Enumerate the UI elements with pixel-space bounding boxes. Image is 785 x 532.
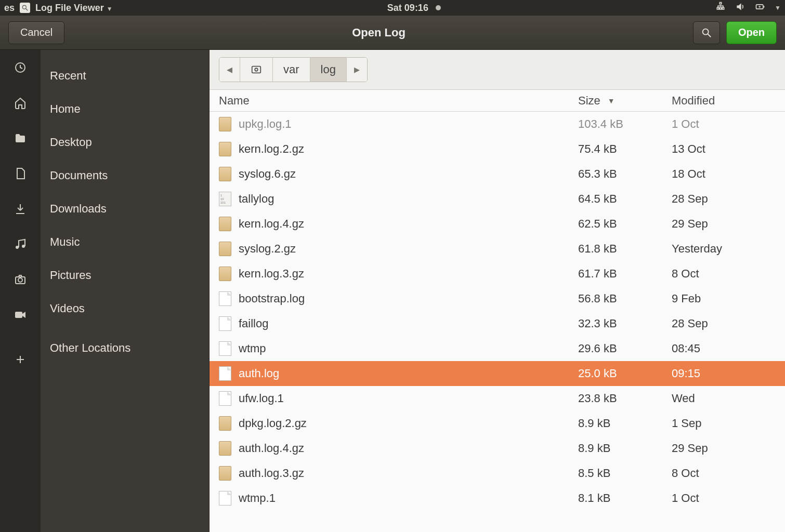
file-name: syslog.6.gz	[239, 167, 296, 181]
path-forward-button[interactable]: ▸	[347, 58, 367, 82]
file-modified: 28 Sep	[672, 317, 776, 330]
sidebar-item-downloads[interactable]: Downloads	[41, 192, 209, 225]
svg-point-7	[16, 246, 19, 249]
file-row[interactable]: tallylog 64.5 kB 28 Sep	[210, 187, 785, 211]
cancel-button[interactable]: Cancel	[8, 21, 64, 44]
notification-dot-icon	[436, 5, 441, 10]
file-row[interactable]: wtmp 29.6 kB 08:45	[210, 336, 785, 361]
file-modified: 18 Oct	[672, 167, 776, 181]
sidebar-item-home[interactable]: Home	[41, 92, 209, 126]
sidebar-icon-download[interactable]	[14, 203, 27, 217]
col-modified-header[interactable]: Modified	[672, 94, 776, 108]
file-row[interactable]: kern.log.4.gz 62.5 kB 29 Sep	[210, 211, 785, 236]
doc-file-icon	[219, 366, 231, 381]
file-size: 8.5 kB	[578, 467, 672, 480]
sidebar-item-documents[interactable]: Documents	[41, 159, 209, 192]
dialog-headerbar: Cancel Open Log Open	[0, 16, 785, 50]
sidebar-icon-folder[interactable]	[14, 132, 27, 147]
file-size: 56.8 kB	[578, 292, 672, 305]
file-name: wtmp	[239, 342, 266, 355]
chevron-down-icon: ▼	[107, 5, 113, 12]
pathbar: ◂ varlog▸	[219, 57, 368, 82]
file-row[interactable]: auth.log.4.gz 8.9 kB 29 Sep	[210, 436, 785, 461]
clock[interactable]: Sat 09:16	[387, 3, 428, 14]
sidebar-icon-home[interactable]	[14, 97, 27, 111]
battery-icon[interactable]	[755, 2, 765, 15]
file-name: auth.log.3.gz	[239, 467, 304, 480]
file-modified: 8 Oct	[672, 267, 776, 281]
doc-file-icon	[219, 391, 231, 406]
svg-line-1	[26, 9, 28, 11]
sidebar-item-label: Other Locations	[50, 341, 130, 355]
col-name-header[interactable]: Name	[219, 94, 578, 108]
file-row[interactable]: auth.log.3.gz 8.5 kB 8 Oct	[210, 461, 785, 486]
sidebar-item-label: Desktop	[50, 136, 92, 149]
sidebar: Recent Home Desktop Documents Downloads …	[41, 50, 210, 532]
file-row[interactable]: bootstrap.log 56.8 kB 9 Feb	[210, 286, 785, 311]
file-size: 75.4 kB	[578, 142, 672, 156]
file-modified: 9 Feb	[672, 292, 776, 305]
file-row[interactable]: auth.log 25.0 kB 09:15	[210, 361, 785, 386]
file-modified: 8 Oct	[672, 467, 776, 480]
path-back-button[interactable]: ◂	[219, 58, 240, 82]
file-row[interactable]: upkg.log.1 103.4 kB 1 Oct	[210, 112, 785, 137]
sidebar-icon-camera[interactable]	[14, 273, 27, 288]
column-headers: Name Size ▼ Modified	[210, 90, 785, 112]
file-name: auth.log	[239, 367, 279, 380]
doc-file-icon	[219, 341, 231, 356]
search-button[interactable]	[693, 21, 720, 44]
sidebar-item-videos[interactable]: Videos	[41, 292, 209, 325]
pkg-file-icon	[219, 441, 231, 456]
sidebar-icon-music[interactable]	[14, 238, 27, 252]
system-menu-chevron-icon[interactable]: ▼	[775, 4, 781, 11]
sidebar-item-label: Downloads	[50, 202, 107, 216]
file-modified: 1 Oct	[672, 117, 776, 131]
file-name: kern.log.4.gz	[239, 217, 304, 231]
path-segment-var[interactable]: var	[273, 58, 310, 82]
sidebar-item-pictures[interactable]: Pictures	[41, 259, 209, 292]
sidebar-icon-plus[interactable]	[14, 353, 27, 368]
file-row[interactable]: wtmp.1 8.1 kB 1 Oct	[210, 486, 785, 511]
app-menu[interactable]: Log File Viewer ▼	[35, 3, 113, 14]
sidebar-icon-rail	[0, 50, 41, 532]
sidebar-item-desktop[interactable]: Desktop	[41, 126, 209, 159]
file-row[interactable]: ufw.log.1 23.8 kB Wed	[210, 386, 785, 411]
file-row[interactable]: syslog.2.gz 61.8 kB Yesterday	[210, 236, 785, 261]
file-size: 8.9 kB	[578, 417, 672, 430]
sidebar-icon-doc[interactable]	[14, 167, 27, 182]
pathbar-container: ◂ varlog▸	[210, 50, 785, 90]
sidebar-icon-clock[interactable]	[14, 61, 27, 76]
sidebar-item-music[interactable]: Music	[41, 225, 209, 259]
open-button[interactable]: Open	[726, 21, 777, 44]
dialog-title: Open Log	[71, 26, 687, 39]
network-icon[interactable]	[715, 2, 726, 15]
file-size: 8.9 kB	[578, 442, 672, 455]
path-segment-log[interactable]: log	[310, 58, 347, 82]
file-size: 65.3 kB	[578, 167, 672, 181]
file-row[interactable]: kern.log.2.gz 75.4 kB 13 Oct	[210, 137, 785, 162]
sidebar-item-recent[interactable]: Recent	[41, 59, 209, 92]
sidebar-item-label: Documents	[50, 169, 108, 182]
sidebar-icon-video[interactable]	[14, 309, 27, 323]
file-row[interactable]: faillog 32.3 kB 28 Sep	[210, 311, 785, 336]
file-name: kern.log.2.gz	[239, 142, 304, 156]
file-list[interactable]: upkg.log.1 103.4 kB 1 Oct kern.log.2.gz …	[210, 112, 785, 532]
file-row[interactable]: dpkg.log.2.gz 8.9 kB 1 Sep	[210, 411, 785, 436]
path-root-button[interactable]	[240, 58, 273, 82]
col-size-header[interactable]: Size ▼	[578, 94, 672, 108]
file-row[interactable]: kern.log.3.gz 61.7 kB 8 Oct	[210, 261, 785, 286]
file-size: 64.5 kB	[578, 192, 672, 206]
doc-file-icon	[219, 291, 231, 306]
volume-icon[interactable]	[735, 2, 745, 15]
svg-point-13	[255, 68, 258, 71]
file-name: syslog.2.gz	[239, 242, 296, 256]
sidebar-item-other locations[interactable]: Other Locations	[41, 331, 209, 365]
drive-icon	[251, 64, 262, 75]
pkg-file-icon	[219, 217, 231, 231]
search-icon	[701, 27, 712, 38]
file-row[interactable]: syslog.6.gz 65.3 kB 18 Oct	[210, 162, 785, 187]
doc-file-icon	[219, 491, 231, 506]
pkg-file-icon	[219, 416, 231, 431]
file-size: 25.0 kB	[578, 367, 672, 380]
topbar-left-text: es	[4, 3, 15, 14]
